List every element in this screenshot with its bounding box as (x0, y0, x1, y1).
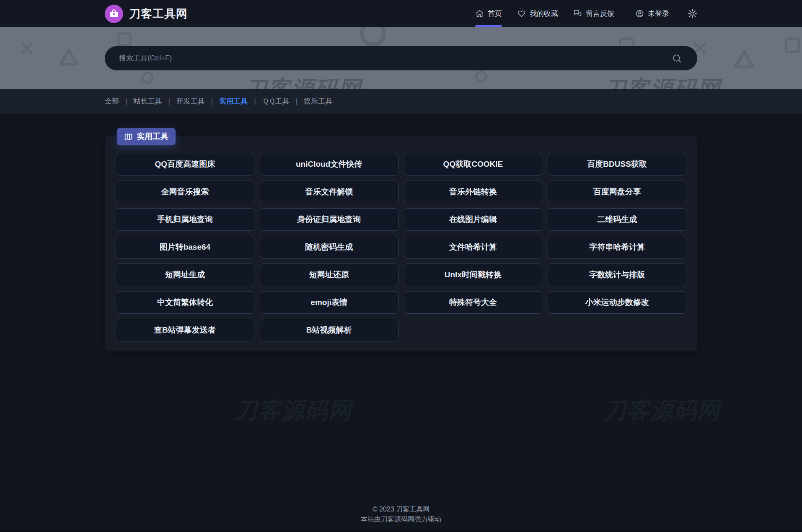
body-watermark: 刀客源码网 (603, 395, 721, 426)
search-bar (105, 46, 697, 70)
tool-button[interactable]: 中文简繁体转化 (116, 291, 254, 314)
tool-button[interactable]: QQ获取COOKIE (404, 153, 543, 176)
tool-button[interactable]: 手机归属地查询 (116, 208, 254, 231)
footer: © 2023 刀客工具网 本站由刀客源码网强力驱动 (0, 504, 802, 529)
tool-button[interactable]: 二维码生成 (548, 208, 686, 231)
nav-item-login[interactable]: 未登录 (635, 0, 669, 27)
home-icon (475, 9, 484, 18)
tool-button[interactable]: emoji表情 (260, 291, 398, 314)
tool-button[interactable]: 文件哈希计算 (404, 236, 543, 258)
tool-button[interactable]: 图片转base64 (116, 236, 254, 258)
heart-icon (517, 9, 526, 18)
section-badge: 实用工具 (117, 128, 176, 145)
body-watermark: 刀客源码网 (235, 395, 352, 426)
category-tab[interactable]: 实用工具 (205, 96, 248, 106)
powered-by-text: 本站由刀客源码网强力驱动 (0, 514, 802, 524)
category-tab[interactable]: 全部 (105, 96, 119, 106)
tool-button[interactable]: Unix时间戳转换 (404, 263, 543, 286)
tools-grid: QQ百度高速图床uniCloud文件快传QQ获取COOKIE百度BDUSS获取全… (116, 153, 686, 341)
nav-item-home[interactable]: 首页 (475, 0, 502, 27)
tool-button[interactable]: 百度BDUSS获取 (548, 153, 686, 176)
page: 刀客工具网 首页 我的收藏 留言反馈 未登录 (0, 0, 802, 532)
tool-button[interactable]: 在线图片编辑 (404, 208, 543, 231)
copyright-text: © 2023 刀客工具网 (0, 504, 802, 514)
tool-button[interactable]: 音乐文件解锁 (260, 181, 398, 203)
category-tab[interactable]: 站长工具 (119, 96, 162, 106)
category-tab[interactable]: 开发工具 (162, 96, 204, 106)
search-button[interactable] (669, 53, 685, 64)
site-title: 刀客工具网 (129, 6, 188, 21)
nav-item-label: 首页 (488, 9, 502, 18)
tool-button[interactable]: 身份证归属地查询 (260, 208, 398, 231)
section-badge-label: 实用工具 (137, 131, 168, 142)
tool-button[interactable]: B站视频解析 (260, 319, 398, 341)
tool-button[interactable]: 查B站弹幕发送者 (116, 319, 254, 341)
search-icon (672, 53, 682, 64)
tool-button[interactable]: 音乐外链转换 (404, 181, 543, 203)
tool-button[interactable]: 全网音乐搜索 (116, 181, 254, 203)
tools-card: 实用工具 QQ百度高速图床uniCloud文件快传QQ获取COOKIE百度BDU… (105, 136, 697, 351)
category-tabs: 全部站长工具开发工具实用工具ＱＱ工具娱乐工具 (105, 89, 697, 114)
tool-button[interactable]: 短网址生成 (116, 263, 254, 286)
decor-x-icon (19, 41, 34, 56)
tool-button[interactable]: 字数统计与排版 (548, 263, 686, 286)
toolbox-icon (105, 5, 123, 23)
hero-banner: 刀客源码网 刀客源码网 (0, 27, 802, 89)
decor-square-icon (783, 36, 802, 55)
feedback-bubbles-icon (573, 9, 582, 18)
top-nav: 刀客工具网 首页 我的收藏 留言反馈 未登录 (0, 0, 802, 27)
nav-item-label: 未登录 (648, 9, 669, 18)
banner-watermark: 刀客源码网 (244, 74, 362, 89)
decor-square-icon (116, 31, 133, 48)
tool-button[interactable]: uniCloud文件快传 (260, 153, 398, 176)
bottom-edge (0, 529, 802, 532)
decor-triangle-icon (58, 46, 80, 68)
brand[interactable]: 刀客工具网 (105, 5, 188, 23)
tool-button[interactable]: 特殊符号大全 (404, 291, 543, 314)
nav-item-favorites[interactable]: 我的收藏 (517, 0, 558, 27)
category-tab[interactable]: ＱＱ工具 (248, 96, 289, 106)
nav-item-label: 留言反馈 (586, 9, 614, 18)
search-input[interactable] (119, 54, 669, 62)
main-content: 实用工具 QQ百度高速图床uniCloud文件快传QQ获取COOKIE百度BDU… (105, 136, 697, 351)
decor-circle-icon (140, 70, 155, 85)
tool-button[interactable]: 短网址还原 (260, 263, 398, 286)
category-tabs-bar: 全部站长工具开发工具实用工具ＱＱ工具娱乐工具 (0, 89, 802, 114)
banner-watermark: 刀客源码网 (603, 74, 721, 89)
category-tab[interactable]: 娱乐工具 (290, 96, 332, 106)
tool-button[interactable]: 小米运动步数修改 (548, 291, 686, 314)
map-icon (124, 132, 133, 141)
decor-circle-icon (473, 69, 489, 84)
nav-menu: 首页 我的收藏 留言反馈 未登录 (475, 0, 697, 27)
tool-button[interactable]: 随机密码生成 (260, 236, 398, 258)
decor-triangle-icon (732, 47, 756, 71)
nav-item-label: 我的收藏 (530, 9, 558, 18)
tool-button[interactable]: QQ百度高速图床 (116, 153, 254, 176)
tool-button[interactable]: 百度网盘分享 (548, 181, 686, 203)
nav-item-feedback[interactable]: 留言反馈 (573, 0, 614, 27)
user-circle-icon (635, 9, 644, 18)
theme-toggle-button[interactable] (688, 9, 697, 18)
sun-icon (688, 9, 697, 18)
tool-button[interactable]: 字符串哈希计算 (548, 236, 686, 258)
